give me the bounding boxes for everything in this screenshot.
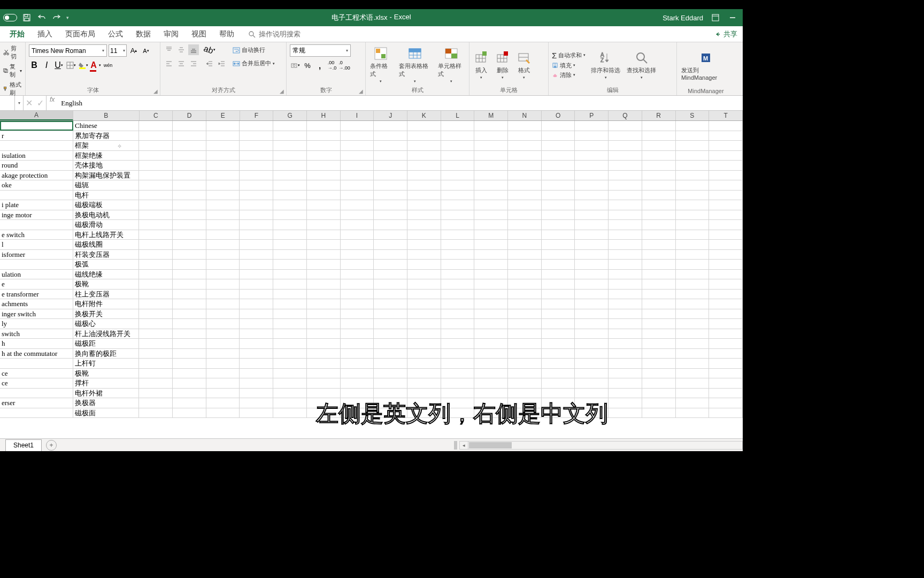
cell[interactable] (407, 200, 441, 210)
cell[interactable] (709, 349, 743, 359)
cell[interactable] (273, 240, 307, 249)
cell[interactable]: e switch (0, 230, 73, 240)
cell[interactable] (508, 230, 542, 240)
cell[interactable] (273, 210, 307, 220)
cell[interactable] (206, 171, 240, 180)
cell[interactable] (273, 339, 307, 348)
share-button[interactable]: 共享 (709, 26, 743, 42)
cell[interactable] (676, 359, 710, 368)
cell[interactable] (441, 378, 475, 388)
cell[interactable] (441, 270, 475, 279)
cell[interactable] (676, 408, 710, 418)
cell[interactable] (609, 191, 642, 200)
cell[interactable] (374, 309, 407, 319)
cell[interactable] (474, 270, 508, 279)
cell[interactable] (173, 200, 206, 210)
cell[interactable] (642, 210, 676, 220)
cell[interactable] (240, 309, 273, 319)
cell[interactable] (709, 171, 743, 180)
cell[interactable] (240, 161, 273, 170)
cell[interactable] (709, 389, 743, 398)
col-header-R[interactable]: R (642, 111, 676, 120)
cell[interactable] (441, 121, 475, 131)
cell[interactable] (139, 250, 173, 260)
cell[interactable] (542, 290, 575, 299)
col-header-E[interactable]: E (206, 111, 240, 120)
cell[interactable] (474, 141, 508, 150)
cell[interactable] (642, 408, 676, 418)
cell[interactable] (407, 141, 441, 150)
cell[interactable] (407, 151, 441, 161)
cell[interactable] (474, 151, 508, 161)
cell[interactable]: 框架✧ (73, 141, 139, 150)
cell[interactable] (206, 329, 240, 339)
cell[interactable] (240, 141, 273, 150)
cell[interactable]: e transformer (0, 290, 73, 299)
cell[interactable] (374, 279, 407, 289)
cell[interactable] (206, 359, 240, 368)
cell[interactable] (508, 389, 542, 398)
split-handle[interactable] (454, 441, 457, 450)
cell[interactable] (273, 290, 307, 299)
name-box-dropdown[interactable]: ▾ (15, 96, 24, 110)
cell[interactable] (240, 270, 273, 279)
cell[interactable]: inge motor (0, 210, 73, 220)
cell[interactable] (575, 279, 609, 289)
cell[interactable] (542, 171, 575, 180)
cell[interactable] (173, 329, 206, 339)
cell[interactable] (676, 141, 710, 150)
cell[interactable] (508, 161, 542, 170)
cell[interactable] (676, 240, 710, 249)
cell[interactable] (709, 398, 743, 408)
cell[interactable] (139, 398, 173, 408)
increase-font-button[interactable]: A▴ (128, 45, 139, 56)
cell[interactable] (341, 191, 374, 200)
cell[interactable] (139, 121, 173, 131)
cell[interactable] (575, 260, 609, 269)
tab-review[interactable]: 审阅 (157, 26, 185, 42)
cell[interactable] (508, 141, 542, 150)
cell[interactable] (642, 359, 676, 368)
cell[interactable] (374, 191, 407, 200)
cell[interactable] (575, 131, 609, 141)
cell[interactable] (374, 290, 407, 299)
cell[interactable] (173, 141, 206, 150)
cell[interactable] (206, 200, 240, 210)
cell[interactable] (474, 220, 508, 230)
cell[interactable] (341, 200, 374, 210)
cell[interactable] (508, 240, 542, 249)
cell[interactable] (273, 378, 307, 388)
confirm-formula-icon[interactable]: ✓ (37, 98, 44, 108)
cell[interactable] (341, 369, 374, 378)
cell[interactable] (575, 210, 609, 220)
cell[interactable] (139, 359, 173, 368)
cell[interactable] (206, 121, 240, 131)
cell[interactable] (273, 230, 307, 240)
cell[interactable] (307, 389, 341, 398)
cell[interactable] (407, 220, 441, 230)
cell[interactable] (676, 180, 710, 190)
cell[interactable]: l (0, 240, 73, 249)
cell[interactable] (676, 200, 710, 210)
cell[interactable] (173, 270, 206, 279)
cell[interactable] (173, 230, 206, 240)
cell[interactable] (642, 329, 676, 339)
cell[interactable] (307, 349, 341, 359)
cell[interactable] (676, 250, 710, 260)
cell[interactable] (240, 339, 273, 348)
cell[interactable]: 磁轭 (73, 180, 139, 190)
cell[interactable] (709, 290, 743, 299)
cell[interactable] (441, 161, 475, 170)
cell[interactable]: Chinese (73, 121, 139, 131)
cell[interactable] (374, 250, 407, 260)
cell[interactable] (173, 250, 206, 260)
cell[interactable]: 构架漏电保护装置 (73, 171, 139, 180)
cell[interactable] (542, 349, 575, 359)
cell[interactable] (575, 329, 609, 339)
tab-data[interactable]: 数据 (129, 26, 157, 42)
col-header-T[interactable]: T (709, 111, 743, 120)
cell[interactable] (240, 230, 273, 240)
col-header-G[interactable]: G (273, 111, 307, 120)
cell[interactable] (676, 369, 710, 378)
cell[interactable] (441, 339, 475, 348)
